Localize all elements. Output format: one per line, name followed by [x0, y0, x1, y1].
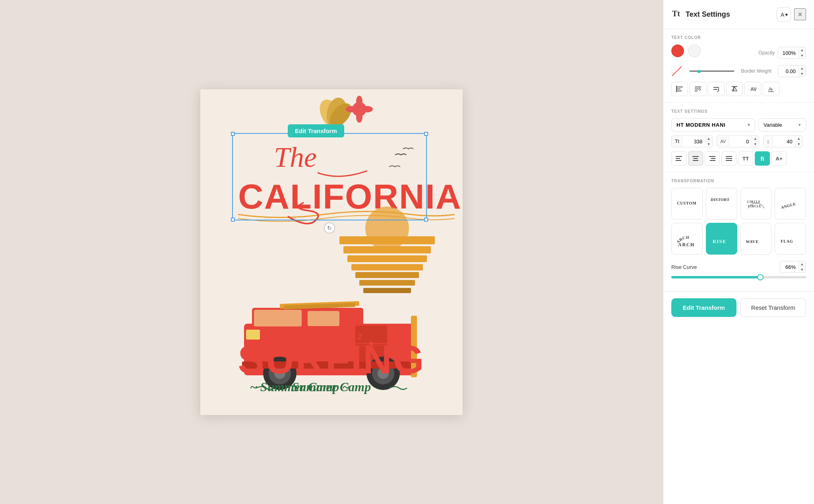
rise-slider-fill [671, 276, 760, 278]
transform-arch[interactable]: ARCH ARCH [671, 223, 703, 255]
tracking-down[interactable]: ▼ [752, 141, 759, 147]
tracking-up[interactable]: ▲ [752, 136, 759, 141]
rise-curve-input[interactable] [780, 262, 798, 272]
transform-angle[interactable]: ANGLE [775, 188, 806, 220]
color-opacity-row: Opacity ▲ ▼ [671, 44, 806, 61]
right-panel: Tt Text Settings A✦ × TEXT COLOR Opacity [663, 0, 814, 504]
transform-flag[interactable]: FLAG [775, 223, 806, 255]
svg-text:Tt: Tt [672, 9, 680, 18]
svg-rect-51 [695, 89, 699, 89]
char-spacing-btn[interactable]: AV [744, 82, 761, 96]
border-weight-row: Border Weight ▲ ▼ [671, 65, 806, 77]
svg-point-9 [362, 106, 373, 112]
text-settings-section: TEXT SETTINGS HT MODERN HANI ▾ Variable … [663, 103, 814, 172]
tracking-input[interactable] [729, 136, 751, 147]
transform-custom[interactable]: CUSTOM [671, 188, 703, 220]
font-family-chevron: ▾ [748, 122, 750, 127]
rise-curve-down[interactable]: ▼ [798, 267, 806, 272]
svg-rect-17 [355, 272, 419, 278]
border-color-swatch[interactable] [671, 66, 682, 77]
svg-rect-75 [726, 160, 732, 161]
opacity-input[interactable] [778, 48, 798, 58]
svg-rect-23 [254, 310, 302, 326]
text-align-btn[interactable] [708, 82, 725, 96]
font-size-input[interactable] [683, 136, 705, 147]
svg-rect-70 [709, 156, 715, 157]
svg-rect-48 [676, 91, 682, 91]
text-settings-icon: Tt [671, 8, 682, 21]
svg-text:A✦: A✦ [781, 12, 788, 18]
border-weight-up[interactable]: ▲ [798, 66, 806, 71]
border-weight-input-group: ▲ ▼ [778, 65, 806, 77]
edit-transform-button[interactable]: Edit Transform [671, 298, 736, 317]
rise-curve-value-group: ▲ ▼ [780, 261, 806, 273]
leading-down[interactable]: ▼ [795, 141, 802, 147]
leading-group: ↕ ▲ ▼ [763, 135, 803, 147]
border-weight-input[interactable] [778, 66, 798, 77]
rise-slider-thumb[interactable] [757, 274, 764, 280]
align-row: TT fi A+ [671, 151, 806, 166]
font-variant-select[interactable]: Variable ▾ [758, 118, 806, 131]
tt-button[interactable]: TT [738, 151, 753, 166]
align-justify-text-btn[interactable] [721, 151, 736, 166]
rise-slider-track[interactable] [671, 276, 806, 278]
svg-rect-18 [359, 280, 415, 286]
opacity-down[interactable]: ▼ [798, 53, 806, 58]
border-weight-down[interactable]: ▼ [798, 71, 806, 77]
baseline-btn[interactable]: Aa [763, 82, 779, 96]
svg-text:CALIFORNIA: CALIFORNIA [238, 177, 462, 216]
font-size-up[interactable]: ▲ [705, 136, 712, 141]
vertical-align-top-btn[interactable] [726, 82, 743, 96]
fi-ligatures-button[interactable]: fi [755, 151, 770, 166]
opacity-label: Opacity [758, 50, 775, 56]
rise-curve-up[interactable]: ▲ [798, 261, 806, 267]
opacity-up[interactable]: ▲ [798, 47, 806, 53]
svg-text:CUSTOM: CUSTOM [677, 201, 696, 205]
align-right-text-btn[interactable] [705, 151, 720, 166]
svg-text:CIRCLE: CIRCLE [748, 205, 761, 208]
text-wrap-btn[interactable] [690, 82, 706, 96]
text-color-section: TEXT COLOR Opacity ▲ ▼ [663, 29, 814, 103]
leading-input[interactable] [773, 136, 795, 147]
svg-rect-68 [694, 158, 698, 159]
color-swatch-red[interactable] [671, 44, 684, 57]
transform-distort[interactable]: DISTORT [706, 188, 737, 220]
transformation-label: TRANSFORMATION [671, 179, 806, 183]
svg-rect-73 [726, 156, 732, 157]
color-row [671, 44, 701, 57]
svg-rect-65 [676, 158, 680, 159]
poster-svg: The CALIFORNIA [200, 89, 463, 415]
close-button[interactable]: × [794, 8, 806, 20]
panel-header: Tt Text Settings A✦ × [663, 0, 814, 29]
transform-rise[interactable]: RISE [706, 223, 737, 255]
font-name: HT MODERN HANI [676, 122, 725, 128]
svg-rect-16 [351, 264, 423, 270]
color-swatch-white[interactable] [688, 44, 701, 57]
align-center-text-btn[interactable] [688, 151, 703, 166]
font-variant-chevron: ▾ [798, 122, 801, 127]
font-size-down[interactable]: ▼ [705, 141, 712, 147]
rise-curve-row: Rise Curve ▲ ▼ [671, 261, 806, 278]
svg-text:RISE: RISE [713, 239, 727, 244]
ai-button[interactable]: A✦ [777, 7, 791, 21]
svg-text:WAVE: WAVE [746, 239, 758, 244]
leading-icon: ↕ [764, 136, 773, 147]
font-family-select[interactable]: HT MODERN HANI ▾ [671, 118, 755, 131]
svg-rect-50 [695, 87, 701, 87]
opacity-stepper: ▲ ▼ [798, 47, 806, 58]
svg-text:DISTORT: DISTORT [710, 197, 730, 202]
leading-up[interactable]: ▲ [795, 136, 802, 141]
svg-text:AV: AV [750, 87, 756, 92]
reset-transform-button[interactable]: Reset Transform [740, 298, 806, 317]
size-row: Tt ▲ ▼ AV ▲ ▼ ↕ ▲ [671, 135, 806, 147]
align-left-btn[interactable] [671, 82, 688, 96]
align-left-text-btn[interactable] [671, 151, 686, 166]
svg-marker-59 [732, 87, 737, 91]
panel-title: Text Settings [686, 10, 730, 19]
transform-wave[interactable]: WAVE [740, 223, 772, 255]
edit-transform-canvas-badge[interactable]: Edit Transform [288, 124, 344, 137]
a-plus-button[interactable]: A+ [771, 151, 787, 166]
svg-rect-55 [718, 88, 719, 91]
font-size-group: Tt ▲ ▼ [671, 135, 713, 147]
transform-circle[interactable]: CIRCLE CIRCLE [740, 188, 772, 220]
